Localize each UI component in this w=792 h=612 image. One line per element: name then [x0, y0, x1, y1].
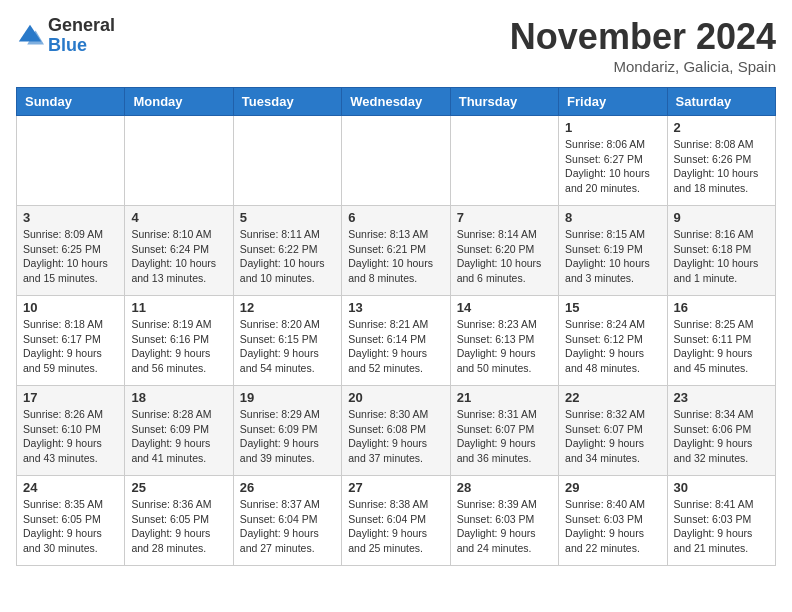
calendar-day-cell: 2Sunrise: 8:08 AM Sunset: 6:26 PM Daylig…: [667, 116, 775, 206]
day-info: Sunrise: 8:39 AM Sunset: 6:03 PM Dayligh…: [457, 497, 552, 556]
calendar-day-cell: 30Sunrise: 8:41 AM Sunset: 6:03 PM Dayli…: [667, 476, 775, 566]
day-info: Sunrise: 8:40 AM Sunset: 6:03 PM Dayligh…: [565, 497, 660, 556]
calendar-day-cell: [125, 116, 233, 206]
calendar-day-cell: 6Sunrise: 8:13 AM Sunset: 6:21 PM Daylig…: [342, 206, 450, 296]
calendar-week-row: 3Sunrise: 8:09 AM Sunset: 6:25 PM Daylig…: [17, 206, 776, 296]
calendar-day-cell: [450, 116, 558, 206]
day-info: Sunrise: 8:31 AM Sunset: 6:07 PM Dayligh…: [457, 407, 552, 466]
calendar-day-cell: 17Sunrise: 8:26 AM Sunset: 6:10 PM Dayli…: [17, 386, 125, 476]
calendar-week-row: 17Sunrise: 8:26 AM Sunset: 6:10 PM Dayli…: [17, 386, 776, 476]
day-info: Sunrise: 8:13 AM Sunset: 6:21 PM Dayligh…: [348, 227, 443, 286]
weekday-header: Thursday: [450, 88, 558, 116]
day-number: 7: [457, 210, 552, 225]
calendar-day-cell: 4Sunrise: 8:10 AM Sunset: 6:24 PM Daylig…: [125, 206, 233, 296]
calendar-day-cell: [17, 116, 125, 206]
day-info: Sunrise: 8:30 AM Sunset: 6:08 PM Dayligh…: [348, 407, 443, 466]
day-number: 6: [348, 210, 443, 225]
day-info: Sunrise: 8:25 AM Sunset: 6:11 PM Dayligh…: [674, 317, 769, 376]
day-number: 26: [240, 480, 335, 495]
calendar-day-cell: 8Sunrise: 8:15 AM Sunset: 6:19 PM Daylig…: [559, 206, 667, 296]
day-number: 19: [240, 390, 335, 405]
calendar-day-cell: 12Sunrise: 8:20 AM Sunset: 6:15 PM Dayli…: [233, 296, 341, 386]
calendar-day-cell: 13Sunrise: 8:21 AM Sunset: 6:14 PM Dayli…: [342, 296, 450, 386]
location: Mondariz, Galicia, Spain: [510, 58, 776, 75]
day-number: 15: [565, 300, 660, 315]
day-number: 1: [565, 120, 660, 135]
weekday-header: Tuesday: [233, 88, 341, 116]
calendar-day-cell: 10Sunrise: 8:18 AM Sunset: 6:17 PM Dayli…: [17, 296, 125, 386]
page-header: General Blue November 2024 Mondariz, Gal…: [16, 16, 776, 75]
calendar-day-cell: 28Sunrise: 8:39 AM Sunset: 6:03 PM Dayli…: [450, 476, 558, 566]
day-number: 12: [240, 300, 335, 315]
calendar-day-cell: 16Sunrise: 8:25 AM Sunset: 6:11 PM Dayli…: [667, 296, 775, 386]
logo-icon: [16, 22, 44, 50]
day-info: Sunrise: 8:16 AM Sunset: 6:18 PM Dayligh…: [674, 227, 769, 286]
day-info: Sunrise: 8:09 AM Sunset: 6:25 PM Dayligh…: [23, 227, 118, 286]
calendar-day-cell: 5Sunrise: 8:11 AM Sunset: 6:22 PM Daylig…: [233, 206, 341, 296]
logo-general-text: General: [48, 16, 115, 36]
day-info: Sunrise: 8:35 AM Sunset: 6:05 PM Dayligh…: [23, 497, 118, 556]
calendar-day-cell: 15Sunrise: 8:24 AM Sunset: 6:12 PM Dayli…: [559, 296, 667, 386]
day-number: 10: [23, 300, 118, 315]
day-number: 29: [565, 480, 660, 495]
day-info: Sunrise: 8:15 AM Sunset: 6:19 PM Dayligh…: [565, 227, 660, 286]
calendar-day-cell: 22Sunrise: 8:32 AM Sunset: 6:07 PM Dayli…: [559, 386, 667, 476]
weekday-header: Monday: [125, 88, 233, 116]
weekday-header: Wednesday: [342, 88, 450, 116]
month-title: November 2024: [510, 16, 776, 58]
calendar-week-row: 24Sunrise: 8:35 AM Sunset: 6:05 PM Dayli…: [17, 476, 776, 566]
weekday-header: Sunday: [17, 88, 125, 116]
day-number: 18: [131, 390, 226, 405]
calendar-day-cell: 29Sunrise: 8:40 AM Sunset: 6:03 PM Dayli…: [559, 476, 667, 566]
logo: General Blue: [16, 16, 115, 56]
day-number: 22: [565, 390, 660, 405]
day-number: 16: [674, 300, 769, 315]
day-info: Sunrise: 8:28 AM Sunset: 6:09 PM Dayligh…: [131, 407, 226, 466]
calendar-day-cell: 14Sunrise: 8:23 AM Sunset: 6:13 PM Dayli…: [450, 296, 558, 386]
day-info: Sunrise: 8:19 AM Sunset: 6:16 PM Dayligh…: [131, 317, 226, 376]
day-info: Sunrise: 8:26 AM Sunset: 6:10 PM Dayligh…: [23, 407, 118, 466]
logo-blue-text: Blue: [48, 36, 115, 56]
weekday-header: Friday: [559, 88, 667, 116]
calendar-week-row: 1Sunrise: 8:06 AM Sunset: 6:27 PM Daylig…: [17, 116, 776, 206]
calendar-day-cell: 7Sunrise: 8:14 AM Sunset: 6:20 PM Daylig…: [450, 206, 558, 296]
day-number: 5: [240, 210, 335, 225]
day-number: 14: [457, 300, 552, 315]
calendar-day-cell: 9Sunrise: 8:16 AM Sunset: 6:18 PM Daylig…: [667, 206, 775, 296]
day-info: Sunrise: 8:32 AM Sunset: 6:07 PM Dayligh…: [565, 407, 660, 466]
day-number: 25: [131, 480, 226, 495]
calendar-day-cell: 21Sunrise: 8:31 AM Sunset: 6:07 PM Dayli…: [450, 386, 558, 476]
weekday-header: Saturday: [667, 88, 775, 116]
day-info: Sunrise: 8:20 AM Sunset: 6:15 PM Dayligh…: [240, 317, 335, 376]
day-info: Sunrise: 8:34 AM Sunset: 6:06 PM Dayligh…: [674, 407, 769, 466]
day-info: Sunrise: 8:38 AM Sunset: 6:04 PM Dayligh…: [348, 497, 443, 556]
day-info: Sunrise: 8:14 AM Sunset: 6:20 PM Dayligh…: [457, 227, 552, 286]
day-info: Sunrise: 8:18 AM Sunset: 6:17 PM Dayligh…: [23, 317, 118, 376]
day-info: Sunrise: 8:23 AM Sunset: 6:13 PM Dayligh…: [457, 317, 552, 376]
calendar-day-cell: 18Sunrise: 8:28 AM Sunset: 6:09 PM Dayli…: [125, 386, 233, 476]
day-info: Sunrise: 8:36 AM Sunset: 6:05 PM Dayligh…: [131, 497, 226, 556]
calendar-day-cell: [233, 116, 341, 206]
day-number: 2: [674, 120, 769, 135]
day-number: 17: [23, 390, 118, 405]
calendar-day-cell: 11Sunrise: 8:19 AM Sunset: 6:16 PM Dayli…: [125, 296, 233, 386]
day-number: 28: [457, 480, 552, 495]
calendar-day-cell: [342, 116, 450, 206]
day-number: 21: [457, 390, 552, 405]
day-number: 13: [348, 300, 443, 315]
day-info: Sunrise: 8:29 AM Sunset: 6:09 PM Dayligh…: [240, 407, 335, 466]
calendar-day-cell: 1Sunrise: 8:06 AM Sunset: 6:27 PM Daylig…: [559, 116, 667, 206]
calendar-day-cell: 19Sunrise: 8:29 AM Sunset: 6:09 PM Dayli…: [233, 386, 341, 476]
calendar-day-cell: 23Sunrise: 8:34 AM Sunset: 6:06 PM Dayli…: [667, 386, 775, 476]
day-info: Sunrise: 8:41 AM Sunset: 6:03 PM Dayligh…: [674, 497, 769, 556]
day-number: 24: [23, 480, 118, 495]
calendar-day-cell: 3Sunrise: 8:09 AM Sunset: 6:25 PM Daylig…: [17, 206, 125, 296]
day-number: 9: [674, 210, 769, 225]
calendar-day-cell: 24Sunrise: 8:35 AM Sunset: 6:05 PM Dayli…: [17, 476, 125, 566]
day-number: 11: [131, 300, 226, 315]
calendar-header-row: SundayMondayTuesdayWednesdayThursdayFrid…: [17, 88, 776, 116]
calendar-day-cell: 26Sunrise: 8:37 AM Sunset: 6:04 PM Dayli…: [233, 476, 341, 566]
day-number: 27: [348, 480, 443, 495]
day-info: Sunrise: 8:37 AM Sunset: 6:04 PM Dayligh…: [240, 497, 335, 556]
calendar-week-row: 10Sunrise: 8:18 AM Sunset: 6:17 PM Dayli…: [17, 296, 776, 386]
